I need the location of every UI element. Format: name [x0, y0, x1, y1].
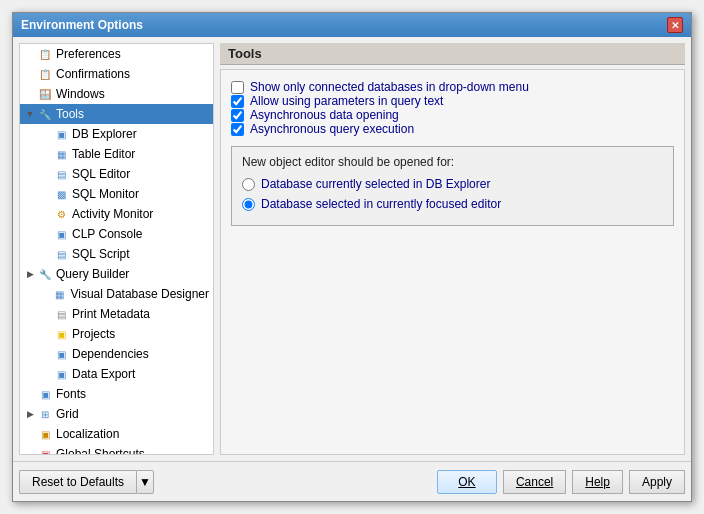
- sidebar-item-confirmations[interactable]: 📋Confirmations: [20, 64, 213, 84]
- sidebar-item-sql-script[interactable]: ▤SQL Script: [20, 244, 213, 264]
- close-button[interactable]: ✕: [667, 17, 683, 33]
- sidebar-item-visual-db[interactable]: ▦Visual Database Designer: [20, 284, 213, 304]
- expand-placeholder-dependencies: [40, 348, 52, 360]
- section-header: Tools: [220, 43, 685, 65]
- sidebar-label-clp-console: CLP Console: [72, 227, 143, 241]
- fonts-icon: ▣: [37, 386, 53, 402]
- expand-placeholder-sql-script: [40, 248, 52, 260]
- sidebar-label-sql-monitor: SQL Monitor: [72, 187, 139, 201]
- checkbox-allow-parameters[interactable]: [231, 95, 244, 108]
- checkbox-label-allow-parameters: Allow using parameters in query text: [250, 94, 443, 108]
- left-panel-tree: 📋Preferences 📋Confirmations 🪟Windows▼🔧To…: [19, 43, 214, 455]
- sidebar-item-print-metadata[interactable]: ▤Print Metadata: [20, 304, 213, 324]
- clp-console-icon: ▣: [53, 226, 69, 242]
- sidebar-label-print-metadata: Print Metadata: [72, 307, 150, 321]
- expand-placeholder-clp-console: [40, 228, 52, 240]
- sql-script-icon: ▤: [53, 246, 69, 262]
- expand-placeholder-print-metadata: [40, 308, 52, 320]
- checkboxes-container: Show only connected databases in drop-do…: [231, 80, 674, 136]
- checkbox-label-show-only-connected: Show only connected databases in drop-do…: [250, 80, 529, 94]
- radios-container: Database currently selected in DB Explor…: [242, 177, 663, 211]
- confirmations-icon: 📋: [37, 66, 53, 82]
- sidebar-label-fonts: Fonts: [56, 387, 86, 401]
- sidebar-item-windows[interactable]: 🪟Windows: [20, 84, 213, 104]
- ok-button[interactable]: OK: [437, 470, 497, 494]
- sidebar-item-activity-monitor[interactable]: ⚙Activity Monitor: [20, 204, 213, 224]
- visual-db-icon: ▦: [51, 286, 67, 302]
- sidebar-item-projects[interactable]: ▣Projects: [20, 324, 213, 344]
- reset-dropdown-button[interactable]: ▼: [136, 470, 154, 494]
- sidebar-label-data-export: Data Export: [72, 367, 135, 381]
- window-body: 📋Preferences 📋Confirmations 🪟Windows▼🔧To…: [13, 37, 691, 461]
- expand-icon-grid[interactable]: ▶: [24, 408, 36, 420]
- expand-placeholder-global-shortcuts: [24, 448, 36, 455]
- checkbox-row-async-data: Asynchronous data opening: [231, 108, 674, 122]
- sql-monitor-icon: ▩: [53, 186, 69, 202]
- sidebar-label-projects: Projects: [72, 327, 115, 341]
- sidebar-item-db-explorer[interactable]: ▣DB Explorer: [20, 124, 213, 144]
- sidebar-item-sql-monitor[interactable]: ▩SQL Monitor: [20, 184, 213, 204]
- checkbox-async-data[interactable]: [231, 109, 244, 122]
- cancel-label: Cancel: [516, 475, 553, 489]
- activity-monitor-icon: ⚙: [53, 206, 69, 222]
- sidebar-item-tools[interactable]: ▼🔧Tools: [20, 104, 213, 124]
- query-builder-icon: 🔧: [37, 266, 53, 282]
- expand-placeholder-confirmations: [24, 68, 36, 80]
- checkbox-row-async-query: Asynchronous query execution: [231, 122, 674, 136]
- sidebar-item-query-builder[interactable]: ▶🔧Query Builder: [20, 264, 213, 284]
- expand-placeholder-activity-monitor: [40, 208, 52, 220]
- sidebar-label-sql-script: SQL Script: [72, 247, 130, 261]
- sql-editor-icon: ▤: [53, 166, 69, 182]
- sidebar-item-global-shortcuts[interactable]: ▣Global Shortcuts: [20, 444, 213, 455]
- db-explorer-icon: ▣: [53, 126, 69, 142]
- title-bar: Environment Options ✕: [13, 13, 691, 37]
- sidebar-item-table-editor[interactable]: ▦Table Editor: [20, 144, 213, 164]
- sidebar-label-windows: Windows: [56, 87, 105, 101]
- radio-radio-db-explorer[interactable]: [242, 178, 255, 191]
- expand-icon-query-builder[interactable]: ▶: [24, 268, 36, 280]
- sidebar-item-sql-editor[interactable]: ▤SQL Editor: [20, 164, 213, 184]
- footer-right: OK Cancel Help Apply: [437, 470, 685, 494]
- radio-row-radio-db-explorer: Database currently selected in DB Explor…: [242, 177, 663, 191]
- sidebar-item-data-export[interactable]: ▣Data Export: [20, 364, 213, 384]
- apply-button[interactable]: Apply: [629, 470, 685, 494]
- expand-placeholder-db-explorer: [40, 128, 52, 140]
- footer: Reset to Defaults ▼ OK Cancel Help Apply: [13, 461, 691, 501]
- help-button[interactable]: Help: [572, 470, 623, 494]
- expand-placeholder-preferences: [24, 48, 36, 60]
- sidebar-label-tools: Tools: [56, 107, 84, 121]
- sidebar-item-preferences[interactable]: 📋Preferences: [20, 44, 213, 64]
- sidebar-item-localization[interactable]: ▣Localization: [20, 424, 213, 444]
- sidebar-label-query-builder: Query Builder: [56, 267, 129, 281]
- footer-left: Reset to Defaults ▼: [19, 470, 154, 494]
- expand-placeholder-sql-editor: [40, 168, 52, 180]
- sidebar-label-grid: Grid: [56, 407, 79, 421]
- sidebar-label-confirmations: Confirmations: [56, 67, 130, 81]
- expand-placeholder-localization: [24, 428, 36, 440]
- expand-placeholder-data-export: [40, 368, 52, 380]
- checkbox-async-query[interactable]: [231, 123, 244, 136]
- expand-placeholder-fonts: [24, 388, 36, 400]
- section-content: Show only connected databases in drop-do…: [220, 69, 685, 455]
- sidebar-item-fonts[interactable]: ▣Fonts: [20, 384, 213, 404]
- sidebar-item-clp-console[interactable]: ▣CLP Console: [20, 224, 213, 244]
- radio-radio-focused-editor[interactable]: [242, 198, 255, 211]
- reset-defaults-button[interactable]: Reset to Defaults: [19, 470, 136, 494]
- expand-icon-tools[interactable]: ▼: [24, 108, 36, 120]
- grid-icon: ⊞: [37, 406, 53, 422]
- sidebar-label-localization: Localization: [56, 427, 119, 441]
- sidebar-item-grid[interactable]: ▶⊞Grid: [20, 404, 213, 424]
- window-title: Environment Options: [21, 18, 143, 32]
- checkbox-label-async-data: Asynchronous data opening: [250, 108, 399, 122]
- expand-placeholder-table-editor: [40, 148, 52, 160]
- checkbox-label-async-query: Asynchronous query execution: [250, 122, 414, 136]
- checkbox-show-only-connected[interactable]: [231, 81, 244, 94]
- preferences-icon: 📋: [37, 46, 53, 62]
- sidebar-label-visual-db: Visual Database Designer: [70, 287, 209, 301]
- sidebar-label-table-editor: Table Editor: [72, 147, 135, 161]
- print-metadata-icon: ▤: [53, 306, 69, 322]
- sidebar-item-dependencies[interactable]: ▣Dependencies: [20, 344, 213, 364]
- cancel-button[interactable]: Cancel: [503, 470, 566, 494]
- sidebar-label-activity-monitor: Activity Monitor: [72, 207, 153, 221]
- checkbox-row-allow-parameters: Allow using parameters in query text: [231, 94, 674, 108]
